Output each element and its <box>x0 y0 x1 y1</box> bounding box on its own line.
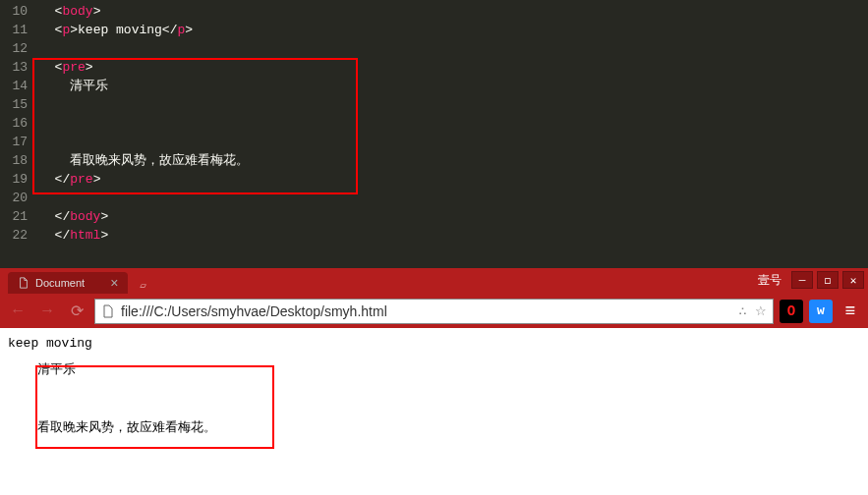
close-button[interactable]: ✕ <box>842 271 864 289</box>
minimize-button[interactable]: — <box>791 271 813 289</box>
translate-icon[interactable]: ⛬ <box>736 303 749 318</box>
browser-tab[interactable]: Document × <box>8 272 128 294</box>
line-gutter: 10 11 12 13 14 15 16 17 18 19 20 21 22 <box>0 0 33 268</box>
browser-toolbar: ← → ⟳ file:///C:/Users/smyhvae/Desktop/s… <box>0 294 868 328</box>
menu-icon[interactable]: ≡ <box>839 302 862 321</box>
tab-title: Document <box>35 277 85 289</box>
forward-button[interactable]: → <box>35 300 59 323</box>
bookmark-icon[interactable]: ☆ <box>755 303 767 318</box>
url-text: file:///C:/Users/smyhvae/Desktop/smyh.ht… <box>121 303 730 319</box>
page-content: keep moving 清平乐 看取晚来风势，故应难看梅花。 <box>0 328 868 495</box>
browser-window: Document × ▱ 壹号 — ◻ ✕ ← → ⟳ file:///C:/U… <box>0 268 868 495</box>
maximize-button[interactable]: ◻ <box>817 271 839 289</box>
new-tab-button[interactable]: ▱ <box>134 277 152 294</box>
extension-opera-icon[interactable]: O <box>780 300 803 323</box>
reload-button[interactable]: ⟳ <box>65 300 88 323</box>
code-editor: 10 11 12 13 14 15 16 17 18 19 20 21 22 <… <box>0 0 868 268</box>
extension-w-icon[interactable]: w <box>809 300 833 323</box>
close-icon[interactable]: × <box>110 275 118 291</box>
tab-bar: Document × ▱ 壹号 — ◻ ✕ <box>0 268 868 294</box>
back-button[interactable]: ← <box>6 300 29 323</box>
paragraph-text: keep moving <box>8 336 860 351</box>
file-icon <box>18 277 29 289</box>
address-bar[interactable]: file:///C:/Users/smyhvae/Desktop/smyh.ht… <box>94 299 774 324</box>
brand-label: 壹号 <box>758 272 781 289</box>
code-content[interactable]: <body> <p>keep moving</p> <pre> 清平乐 看取晚来… <box>33 0 868 268</box>
pre-text: 清平乐 看取晚来风势，故应难看梅花。 <box>37 360 860 437</box>
file-icon <box>101 304 115 318</box>
